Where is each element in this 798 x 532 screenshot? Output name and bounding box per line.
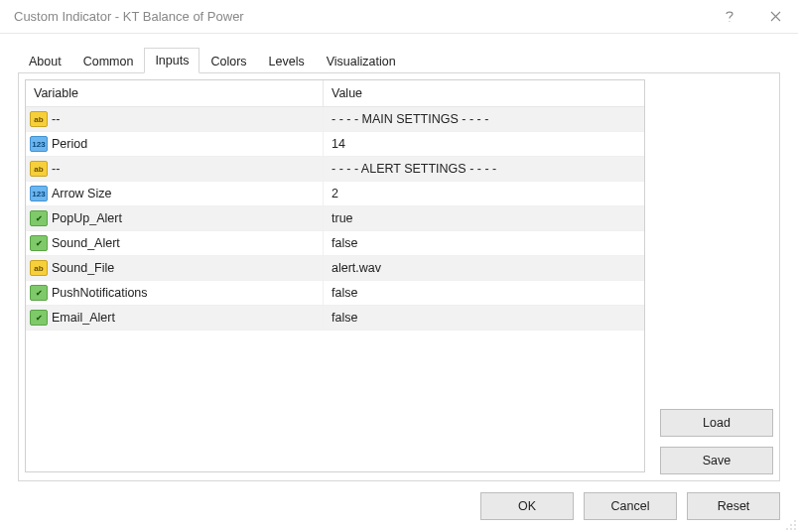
- tab-common[interactable]: Common: [72, 49, 145, 73]
- variable-cell: 123Period: [26, 132, 324, 156]
- tab-label: Inputs: [155, 54, 189, 67]
- value-cell[interactable]: true: [324, 211, 644, 225]
- variable-name: Sound_Alert: [52, 236, 120, 250]
- tab-strip: About Common Inputs Colors Levels Visual…: [18, 48, 780, 73]
- tab-inputs[interactable]: Inputs: [144, 48, 200, 73]
- cancel-button[interactable]: Cancel: [584, 492, 677, 520]
- tab-levels[interactable]: Levels: [258, 49, 316, 73]
- value-cell[interactable]: 2: [324, 187, 644, 200]
- tab-label: Visualization: [327, 55, 396, 68]
- integer-type-icon: 123: [30, 186, 48, 201]
- resize-grip-icon[interactable]: [785, 519, 797, 531]
- table-row[interactable]: ✔Email_Alertfalse: [26, 306, 644, 331]
- variable-name: Sound_File: [52, 261, 114, 275]
- button-label: Reset: [718, 499, 750, 513]
- table-row[interactable]: 123Arrow Size2: [26, 182, 644, 206]
- variable-cell: ✔PushNotifications: [26, 281, 324, 305]
- boolean-type-icon: ✔: [30, 310, 48, 326]
- table-row[interactable]: abSound_Filealert.wav: [26, 256, 644, 281]
- dialog-body: About Common Inputs Colors Levels Visual…: [0, 34, 798, 493]
- tab-label: Common: [83, 55, 134, 68]
- tab-visualization[interactable]: Visualization: [316, 49, 407, 73]
- button-label: Save: [703, 454, 732, 467]
- button-label: OK: [518, 499, 536, 513]
- boolean-type-icon: ✔: [30, 210, 48, 226]
- value-cell[interactable]: false: [324, 286, 644, 300]
- variable-name: --: [52, 112, 60, 126]
- variable-cell: ab--: [26, 107, 324, 131]
- variable-cell: abSound_File: [26, 256, 324, 280]
- variable-name: Arrow Size: [52, 187, 111, 200]
- variable-name: Email_Alert: [52, 311, 115, 325]
- load-button[interactable]: Load: [660, 409, 773, 437]
- grid-header: Variable Value: [26, 80, 644, 107]
- save-button[interactable]: Save: [660, 447, 773, 474]
- value-cell[interactable]: 14: [324, 137, 644, 151]
- table-row[interactable]: 123Period14: [26, 132, 644, 157]
- svg-point-4: [790, 528, 792, 530]
- boolean-type-icon: ✔: [30, 235, 48, 251]
- title-bar: Custom Indicator - KT Balance of Power: [0, 0, 798, 34]
- inputs-panel: Variable Value ab--- - - - MAIN SETTINGS…: [18, 72, 780, 481]
- table-row[interactable]: ab--- - - - ALERT SETTINGS - - - -: [26, 157, 644, 182]
- svg-point-2: [794, 524, 796, 526]
- table-row[interactable]: ab--- - - - MAIN SETTINGS - - - -: [26, 107, 644, 132]
- variable-name: Period: [52, 137, 87, 151]
- column-header-variable[interactable]: Variable: [26, 80, 324, 106]
- help-button[interactable]: [707, 0, 752, 34]
- value-cell[interactable]: alert.wav: [324, 261, 644, 275]
- value-cell[interactable]: - - - - ALERT SETTINGS - - - -: [324, 162, 644, 176]
- variable-cell: ✔Email_Alert: [26, 306, 324, 330]
- value-cell[interactable]: false: [324, 236, 644, 250]
- string-type-icon: ab: [30, 161, 48, 177]
- column-header-value[interactable]: Value: [324, 80, 644, 106]
- svg-point-3: [786, 528, 788, 530]
- value-cell[interactable]: - - - - MAIN SETTINGS - - - -: [324, 112, 644, 126]
- ok-button[interactable]: OK: [480, 492, 574, 520]
- string-type-icon: ab: [30, 260, 48, 276]
- reset-button[interactable]: Reset: [687, 492, 780, 520]
- variable-cell: ✔Sound_Alert: [26, 231, 324, 255]
- table-row[interactable]: ✔PushNotificationsfalse: [26, 281, 644, 306]
- grid-rows: ab--- - - - MAIN SETTINGS - - - -123Peri…: [26, 107, 644, 331]
- tab-label: Levels: [269, 55, 305, 68]
- tab-label: Colors: [210, 55, 246, 68]
- tab-label: About: [29, 55, 62, 68]
- value-cell[interactable]: false: [324, 311, 644, 325]
- close-button[interactable]: [752, 0, 798, 34]
- table-row[interactable]: ✔PopUp_Alerttrue: [26, 206, 644, 231]
- tab-colors[interactable]: Colors: [200, 49, 257, 73]
- variable-cell: ab--: [26, 157, 324, 181]
- svg-point-1: [790, 524, 792, 526]
- variable-cell: ✔PopUp_Alert: [26, 206, 324, 230]
- svg-point-0: [794, 520, 796, 522]
- integer-type-icon: 123: [30, 136, 48, 152]
- button-label: Cancel: [611, 499, 650, 513]
- variable-cell: 123Arrow Size: [26, 182, 324, 205]
- variable-name: --: [52, 162, 60, 176]
- variable-name: PushNotifications: [52, 286, 148, 300]
- side-buttons: Load Save: [660, 409, 773, 474]
- window-title: Custom Indicator - KT Balance of Power: [14, 9, 707, 24]
- table-row[interactable]: ✔Sound_Alertfalse: [26, 231, 644, 256]
- button-label: Load: [703, 416, 731, 430]
- tab-about[interactable]: About: [18, 49, 72, 73]
- dialog-buttons: OK Cancel Reset: [480, 492, 780, 520]
- svg-point-5: [794, 528, 796, 530]
- inputs-grid[interactable]: Variable Value ab--- - - - MAIN SETTINGS…: [25, 79, 645, 472]
- string-type-icon: ab: [30, 111, 48, 127]
- variable-name: PopUp_Alert: [52, 211, 122, 225]
- boolean-type-icon: ✔: [30, 285, 48, 301]
